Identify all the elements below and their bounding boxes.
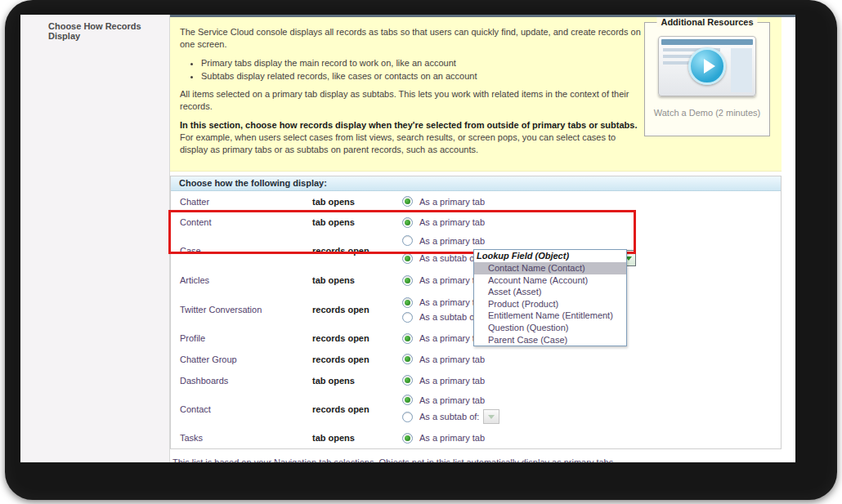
radio-primary-tab[interactable] [402, 333, 413, 344]
thumbnail-sidebar [731, 48, 752, 92]
open-mode-label: records open [312, 333, 402, 343]
open-mode-label: tab opens [312, 275, 402, 285]
table-row-chatter: Chatter tab opens As a primary tab [171, 191, 781, 212]
dropdown-option-product[interactable]: Product (Product) [474, 298, 626, 310]
radio-subtab[interactable] [402, 312, 413, 323]
radio-subtab[interactable] [402, 253, 413, 264]
radio-label: As a primary tab [419, 236, 485, 246]
open-mode-label: tab opens [312, 376, 402, 386]
record-type-label: Profile [171, 333, 312, 343]
thumbnail-topbar [661, 39, 753, 45]
radio-primary-tab[interactable] [402, 433, 413, 444]
navigation-note: This list is based on your Navigation ta… [172, 457, 795, 463]
intro-bullet-list: Primary tabs display the main record to … [201, 57, 643, 83]
intro-bullet-primary: Primary tabs display the main record to … [201, 57, 643, 69]
dropdown-group-label: Lookup Field (Object) [474, 250, 626, 262]
radio-primary-tab[interactable] [402, 275, 413, 286]
open-mode-label: records open [312, 246, 402, 256]
intro-paragraph-3-bold: In this section, choose how records disp… [180, 120, 637, 130]
dropdown-option-entitlement-name[interactable]: Entitlement Name (Entitlement) [474, 310, 626, 322]
table-row-content: Content tab opens As a primary tab [171, 212, 781, 233]
record-type-label: Contact [171, 404, 312, 414]
watch-demo-link[interactable]: Watch a Demo (2 minutes) [645, 108, 769, 118]
dropdown-option-question[interactable]: Question (Question) [474, 322, 626, 334]
radio-label: As a primary tab [419, 376, 485, 386]
table-header: Choose how the following display: [171, 176, 781, 191]
open-mode-label: tab opens [312, 433, 402, 443]
dropdown-option-asset[interactable]: Asset (Asset) [474, 286, 626, 298]
radio-primary-tab[interactable] [402, 297, 413, 308]
dropdown-option-account-name[interactable]: Account Name (Account) [474, 274, 626, 287]
intro-paragraph-3-rest: For example, when users select cases fro… [180, 132, 616, 154]
radio-label: As a primary tab [419, 395, 485, 405]
record-type-label: Dashboards [171, 376, 312, 386]
intro-panel: The Service Cloud console displays all r… [170, 17, 782, 172]
open-mode-label: records open [312, 355, 402, 364]
disabled-lookup-select [483, 409, 499, 424]
table-row-contact: Contact records open As a primary tab As… [171, 391, 781, 428]
radio-label: As a subtab of: [419, 412, 479, 421]
radio-primary-tab[interactable] [402, 354, 413, 364]
dropdown-option-contact-name[interactable]: Contact Name (Contact) [474, 262, 626, 274]
radio-subtab[interactable] [402, 412, 413, 422]
radio-primary-tab[interactable] [402, 375, 413, 386]
intro-paragraph-2: All items selected on a primary tab disp… [180, 88, 643, 113]
record-type-label: Tasks [171, 433, 312, 443]
radio-label: As a primary tab [419, 433, 485, 443]
radio-label: As a primary tab [419, 355, 485, 364]
lookup-field-dropdown-list: Lookup Field (Object) Contact Name (Cont… [473, 249, 627, 346]
radio-primary-tab[interactable] [402, 196, 413, 207]
chevron-down-icon [488, 415, 495, 419]
open-mode-label: tab opens [312, 217, 402, 227]
radio-primary-tab[interactable] [402, 217, 413, 228]
main-panel: The Service Cloud console displays all r… [170, 15, 795, 462]
table-row-chatter-group: Chatter Group records open As a primary … [171, 349, 781, 370]
record-type-label: Articles [171, 275, 312, 285]
radio-label: As a primary tab [419, 197, 485, 207]
sidebar-item-choose-how-records-display[interactable]: Choose How Records Display [20, 15, 169, 41]
play-icon[interactable] [688, 47, 726, 85]
intro-paragraph-3: In this section, choose how records disp… [180, 119, 643, 156]
open-mode-label: records open [312, 305, 402, 314]
demo-video-thumbnail[interactable] [658, 36, 756, 96]
table-row-dashboards: Dashboards tab opens As a primary tab [171, 370, 781, 391]
table-row-tasks: Tasks tab opens As a primary tab [171, 428, 781, 448]
open-mode-label: records open [312, 404, 402, 414]
record-type-label: Case [171, 246, 312, 256]
record-type-label: Chatter Group [171, 355, 312, 364]
open-mode-label: tab opens [312, 197, 402, 207]
setup-sidebar: Choose How Records Display [20, 15, 170, 462]
record-type-label: Content [171, 217, 312, 227]
setup-page: Choose How Records Display The Service C… [20, 15, 795, 462]
record-type-label: Twitter Conversation [171, 305, 312, 314]
intro-paragraph-1: The Service Cloud console displays all r… [180, 26, 643, 51]
additional-resources-box: Additional Resources Watch a Demo (2 min… [644, 22, 770, 136]
intro-bullet-subtabs: Subtabs display related records, like ca… [201, 70, 643, 82]
radio-label: As a subtab of: [419, 253, 479, 263]
radio-label: As a primary tab [419, 217, 485, 227]
radio-label: As a subtab of: [419, 312, 479, 322]
additional-resources-title: Additional Resources [656, 17, 757, 27]
radio-primary-tab[interactable] [402, 395, 413, 405]
dropdown-option-parent-case[interactable]: Parent Case (Case) [474, 334, 626, 346]
radio-primary-tab[interactable] [402, 235, 413, 246]
record-type-label: Chatter [171, 197, 312, 207]
